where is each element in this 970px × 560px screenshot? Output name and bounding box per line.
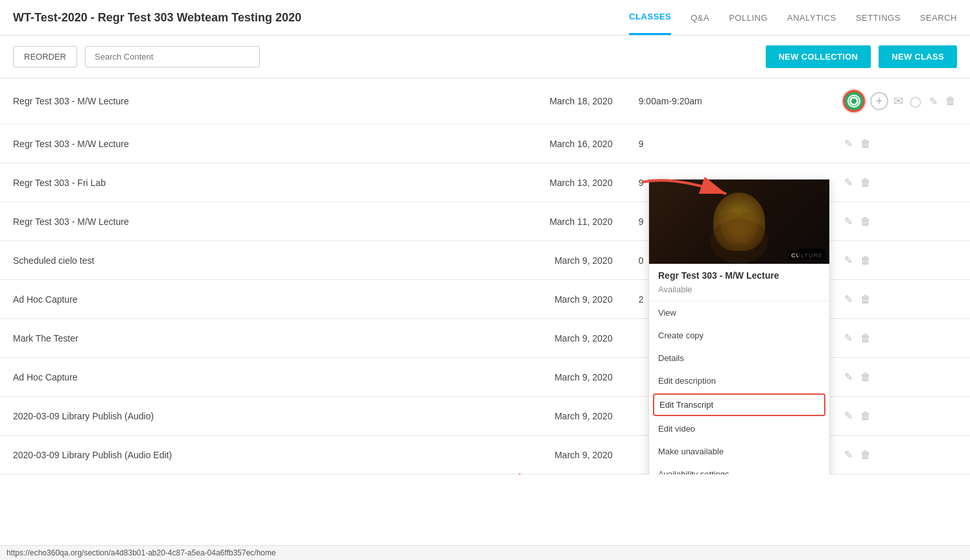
new-class-button[interactable]: NEW CLASS [879,45,957,68]
dropdown-video-title: Regr Test 303 - M/W Lecture [649,264,829,283]
new-collection-button[interactable]: NEW COLLECTION [766,45,871,68]
edit-icon[interactable]: ✎ [928,94,939,109]
edit-icon[interactable]: ✎ [843,447,854,462]
edit-icon[interactable]: ✎ [843,369,854,384]
class-name: Ad Hoc Capture [0,358,422,397]
class-date: March 13, 2020 [422,163,626,202]
thumbnail-svg [649,180,829,264]
class-name: Scheduled cielo test [0,241,422,280]
row-actions: ✎ 🗑 [843,175,957,190]
edit-icon[interactable]: ✎ [843,292,854,307]
class-name: Ad Hoc Capture [0,280,422,319]
edit-transcript-wrap: Edit Transcript [649,393,829,416]
row-actions: ✎ 🗑 [843,369,957,384]
tab-analytics[interactable]: ANALYTICS [787,0,836,35]
delete-icon[interactable]: 🗑 [859,137,872,151]
delete-icon[interactable]: 🗑 [859,253,872,268]
dropdown-video-status: Available [649,283,829,301]
delete-icon[interactable]: 🗑 [859,370,872,384]
tab-qa[interactable]: Q&A [691,0,709,35]
reorder-button[interactable]: REORDER [13,46,77,67]
delete-icon[interactable]: 🗑 [859,331,872,345]
row-actions: ✎ 🗑 [843,136,957,151]
edit-icon[interactable]: ✎ [843,175,854,190]
class-date: March 9, 2020 [422,358,626,397]
dropdown-create-copy[interactable]: Create copy [649,324,829,347]
class-date: March 11, 2020 [422,202,626,241]
thumbnail-watermark: CULTURE [788,251,825,260]
nav-tabs: CLASSES Q&A POLLING ANALYTICS SETTINGS S… [629,0,957,35]
class-date: March 9, 2020 [422,280,626,319]
thumbnail-image: CULTURE [649,180,829,264]
class-date: March 9, 2020 [422,397,626,436]
delete-icon[interactable]: 🗑 [944,94,957,108]
status-url: https://echo360qa.org/section/a4d83b01-a… [6,548,276,557]
row-actions: ✎ 🗑 [843,253,957,268]
edit-icon[interactable]: ✎ [843,136,854,151]
media-icon-button[interactable] [843,90,865,112]
edit-icon[interactable]: ✎ [843,408,854,423]
search-input[interactable] [85,46,260,67]
delete-icon[interactable]: 🗑 [859,448,872,462]
class-date: March 16, 2020 [422,124,626,163]
dropdown-edit-description[interactable]: Edit description [649,369,829,392]
class-date: March 18, 2020 [422,78,626,124]
row-actions: ✎ 🗑 [843,331,957,345]
toolbar: REORDER NEW COLLECTION NEW CLASS [0,36,970,78]
edit-icon[interactable]: ✎ [843,331,854,345]
class-date: March 9, 2020 [422,436,626,474]
class-time: 9:00am-9:20am [626,78,830,124]
delete-icon[interactable]: 🗑 [859,409,872,423]
dropdown-view[interactable]: View [649,301,829,324]
row-actions: ✎ 🗑 [843,408,957,423]
class-name: 2020-03-09 Library Publish (Audio) [0,397,422,436]
chat-icon[interactable]: ✉ [893,94,903,108]
class-name: Regr Test 303 - M/W Lecture [0,78,422,124]
tab-polling[interactable]: POLLING [729,0,768,35]
row-actions: + ✉ ◯ ✎ 🗑 [843,90,957,112]
edit-icon[interactable]: ✎ [843,253,854,268]
table-row: Regr Test 303 - M/W Lecture March 16, 20… [0,124,970,163]
class-name: Regr Test 303 - Fri Lab [0,163,422,202]
tab-classes[interactable]: CLASSES [629,0,671,35]
row-actions: ✎ 🗑 [843,447,957,462]
header: WT-Test-2020 - Regr Test 303 Webteam Tes… [0,0,970,36]
dropdown-thumbnail: CULTURE [649,180,829,264]
dropdown-edit-video[interactable]: Edit video [649,417,829,440]
dropdown-availability-settings[interactable]: Availability settings [649,463,829,474]
dropdown-edit-transcript[interactable]: Edit Transcript [653,393,825,416]
dropdown-make-unavailable[interactable]: Make unavailable [649,440,829,463]
tab-search[interactable]: SEARCH [920,0,957,35]
media-icon-inner [849,97,858,106]
content-area: Regr Test 303 - M/W Lecture March 18, 20… [0,78,970,474]
delete-icon[interactable]: 🗑 [859,292,872,307]
class-name: 2020-03-09 Library Publish (Audio Edit) [0,436,422,474]
edit-icon[interactable]: ✎ [843,214,854,229]
class-name: Regr Test 303 - M/W Lecture [0,202,422,241]
tab-settings[interactable]: SETTINGS [856,0,901,35]
class-time: 9 [626,124,830,163]
app-title: WT-Test-2020 - Regr Test 303 Webteam Tes… [13,11,302,25]
class-name: Regr Test 303 - M/W Lecture [0,124,422,163]
class-date: March 9, 2020 [422,319,626,358]
status-bar: https://echo360qa.org/section/a4d83b01-a… [0,545,970,560]
row-actions: ✎ 🗑 [843,214,957,229]
dropdown-details[interactable]: Details [649,347,829,369]
delete-icon[interactable]: 🗑 [859,176,872,190]
context-dropdown: CULTURE Regr Test 303 - M/W Lecture Avai… [648,179,830,474]
class-date: March 9, 2020 [422,241,626,280]
delete-icon[interactable]: 🗑 [859,215,872,229]
table-row: Regr Test 303 - M/W Lecture March 18, 20… [0,78,970,124]
add-button[interactable]: + [870,92,888,110]
person-icon[interactable]: ◯ [908,94,923,109]
row-actions: ✎ 🗑 [843,292,957,307]
class-name: Mark The Tester [0,319,422,358]
